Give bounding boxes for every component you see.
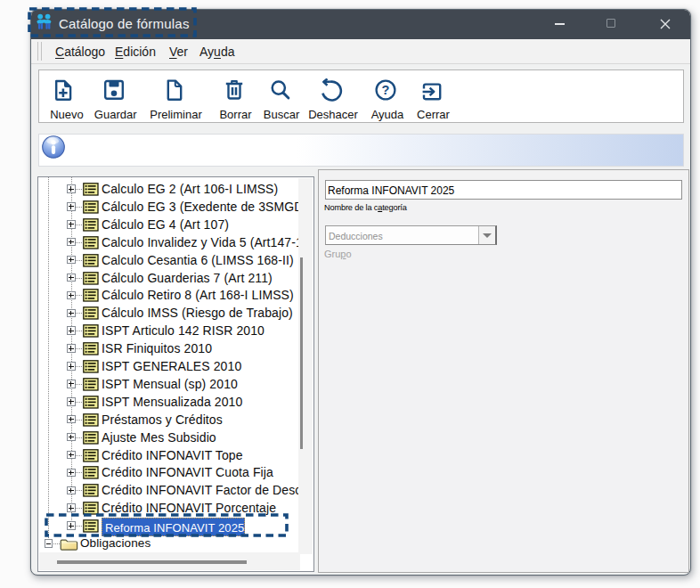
svg-text:?: ? xyxy=(382,83,390,97)
